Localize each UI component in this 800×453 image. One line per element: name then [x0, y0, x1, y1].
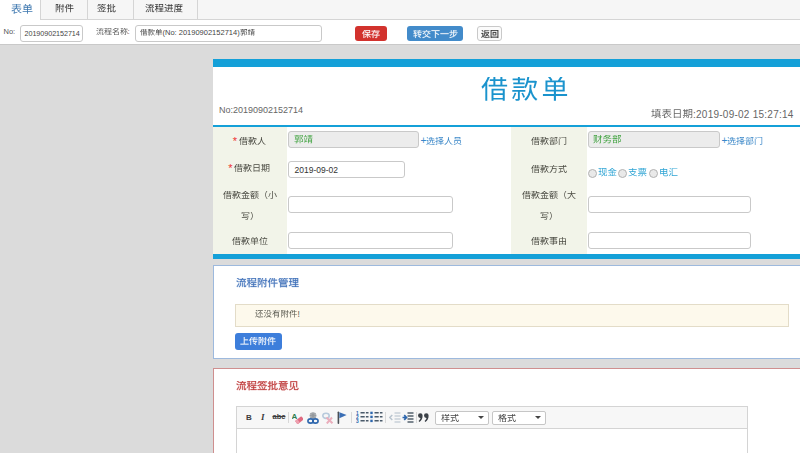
- svg-text:3: 3: [356, 419, 359, 423]
- svg-text:A: A: [292, 412, 298, 421]
